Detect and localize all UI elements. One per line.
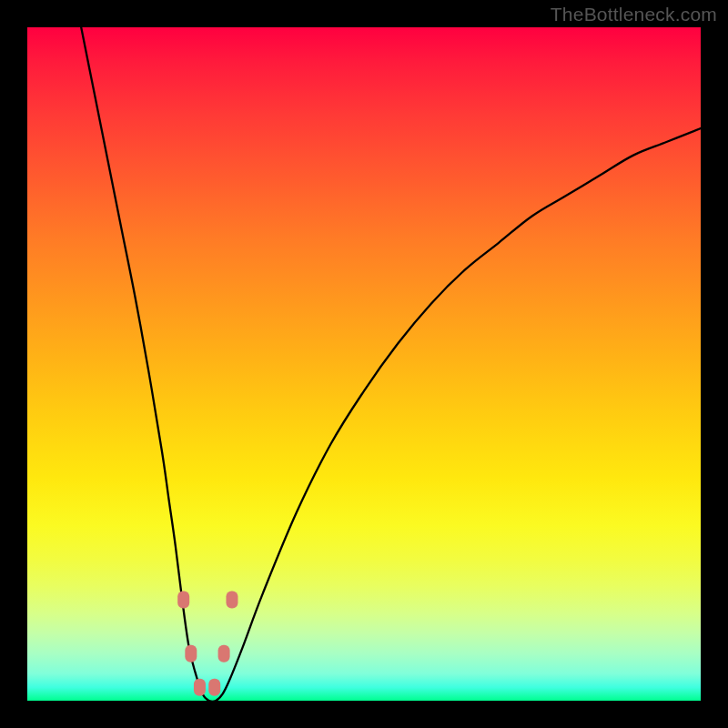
curve-marker: [226, 592, 238, 609]
plot-area: [27, 27, 701, 701]
curve-marker: [194, 679, 206, 696]
curve-marker: [208, 679, 220, 696]
curve-marker: [185, 645, 197, 662]
chart-frame: TheBottleneck.com: [0, 0, 728, 728]
bottleneck-curve-svg: [27, 27, 701, 701]
curve-marker: [177, 592, 189, 609]
watermark-text: TheBottleneck.com: [551, 4, 717, 25]
bottleneck-curve-path: [81, 27, 701, 701]
curve-marker: [218, 645, 230, 662]
